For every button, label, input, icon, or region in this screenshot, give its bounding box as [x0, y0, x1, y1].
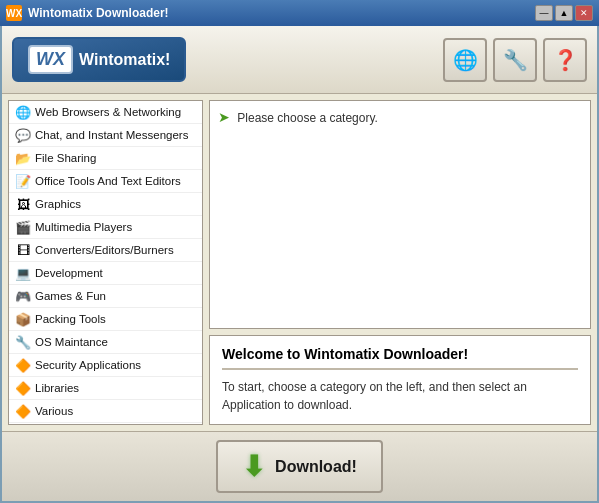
sidebar-item-chat-messengers[interactable]: 💬Chat, and Instant Messengers: [9, 124, 202, 147]
download-bar: ⬇ Download!: [2, 431, 597, 501]
games-fun-label: Games & Fun: [35, 290, 106, 302]
close-button[interactable]: ✕: [575, 5, 593, 21]
sidebar-item-games-fun[interactable]: 🎮Games & Fun: [9, 285, 202, 308]
sidebar-item-office-tools[interactable]: 📝Office Tools And Text Editors: [9, 170, 202, 193]
libraries-icon: 🔶: [15, 380, 31, 396]
converters-icon: 🎞: [15, 242, 31, 258]
file-sharing-label: File Sharing: [35, 152, 96, 164]
security-apps-label: Security Applications: [35, 359, 141, 371]
chat-messengers-icon: 💬: [15, 127, 31, 143]
category-prompt: Please choose a category.: [237, 111, 378, 125]
os-maintenance-label: OS Maintance: [35, 336, 108, 348]
sidebar-item-multimedia-players[interactable]: 🎬Multimedia Players: [9, 216, 202, 239]
minimize-button[interactable]: —: [535, 5, 553, 21]
packing-tools-label: Packing Tools: [35, 313, 106, 325]
graphics-icon: 🖼: [15, 196, 31, 212]
content-area: 🌐Web Browsers & Networking💬Chat, and Ins…: [2, 94, 597, 431]
graphics-label: Graphics: [35, 198, 81, 210]
file-sharing-icon: 📂: [15, 150, 31, 166]
toolbar: WX Wintomatix! 🌐 🔧 ❓: [2, 26, 597, 94]
sidebar-item-security-apps[interactable]: 🔶Security Applications: [9, 354, 202, 377]
download-label: Download!: [275, 458, 357, 476]
network-button[interactable]: 🌐: [443, 38, 487, 82]
logo: WX Wintomatix!: [12, 37, 186, 82]
welcome-text: To start, choose a category on the left,…: [222, 378, 578, 414]
web-browsers-label: Web Browsers & Networking: [35, 106, 181, 118]
office-tools-label: Office Tools And Text Editors: [35, 175, 181, 187]
logo-text: Wintomatix!: [79, 51, 170, 69]
multimedia-players-label: Multimedia Players: [35, 221, 132, 233]
various-icon: 🔶: [15, 403, 31, 419]
development-icon: 💻: [15, 265, 31, 281]
app-icon: WX: [6, 5, 22, 21]
main-window: WX Wintomatix! 🌐 🔧 ❓ 🌐Web Browsers & Net…: [0, 26, 599, 503]
web-browsers-icon: 🌐: [15, 104, 31, 120]
help-button[interactable]: ❓: [543, 38, 587, 82]
maximize-button[interactable]: ▲: [555, 5, 573, 21]
right-panel: ➤ Please choose a category. Welcome to W…: [209, 100, 591, 425]
download-arrow-icon: ⬇: [242, 450, 265, 483]
toolbar-buttons: 🌐 🔧 ❓: [443, 38, 587, 82]
sidebar-item-file-sharing[interactable]: 📂File Sharing: [9, 147, 202, 170]
security-apps-icon: 🔶: [15, 357, 31, 373]
sidebar: 🌐Web Browsers & Networking💬Chat, and Ins…: [8, 100, 203, 425]
various-label: Various: [35, 405, 73, 417]
logo-wx: WX: [28, 45, 73, 74]
sidebar-item-development[interactable]: 💻Development: [9, 262, 202, 285]
window-controls: — ▲ ✕: [535, 5, 593, 21]
multimedia-players-icon: 🎬: [15, 219, 31, 235]
sidebar-item-os-maintenance[interactable]: 🔧OS Maintance: [9, 331, 202, 354]
category-display: ➤ Please choose a category.: [209, 100, 591, 329]
sidebar-item-graphics[interactable]: 🖼Graphics: [9, 193, 202, 216]
os-maintenance-icon: 🔧: [15, 334, 31, 350]
settings-button[interactable]: 🔧: [493, 38, 537, 82]
libraries-label: Libraries: [35, 382, 79, 394]
welcome-box: Welcome to Wintomatix Downloader! To sta…: [209, 335, 591, 425]
development-label: Development: [35, 267, 103, 279]
title-bar: WX Wintomatix Downloader! — ▲ ✕: [0, 0, 599, 26]
welcome-title: Welcome to Wintomatix Downloader!: [222, 346, 578, 370]
app-icon-text: WX: [6, 8, 22, 19]
office-tools-icon: 📝: [15, 173, 31, 189]
chat-messengers-label: Chat, and Instant Messengers: [35, 129, 188, 141]
arrow-icon: ➤: [218, 109, 230, 125]
sidebar-item-converters[interactable]: 🎞Converters/Editors/Burners: [9, 239, 202, 262]
converters-label: Converters/Editors/Burners: [35, 244, 174, 256]
games-fun-icon: 🎮: [15, 288, 31, 304]
sidebar-item-web-browsers[interactable]: 🌐Web Browsers & Networking: [9, 101, 202, 124]
packing-tools-icon: 📦: [15, 311, 31, 327]
download-button[interactable]: ⬇ Download!: [216, 440, 383, 493]
sidebar-item-various[interactable]: 🔶Various: [9, 400, 202, 423]
sidebar-item-libraries[interactable]: 🔶Libraries: [9, 377, 202, 400]
window-title: Wintomatix Downloader!: [28, 6, 535, 20]
sidebar-item-packing-tools[interactable]: 📦Packing Tools: [9, 308, 202, 331]
